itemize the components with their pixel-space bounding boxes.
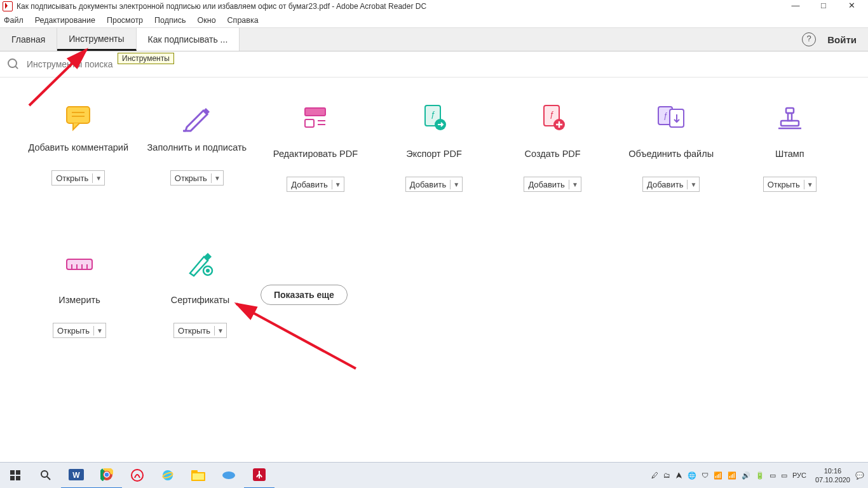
show-more-button[interactable]: Показать еще <box>261 285 348 305</box>
tooltip-tools: Инструменты <box>118 53 174 64</box>
menu-file[interactable]: Файл <box>4 16 24 25</box>
tab-home[interactable]: Главная <box>0 28 57 51</box>
tool-action-button[interactable]: Открыть ▼ <box>51 170 105 186</box>
tool-action-label: Открыть <box>52 173 93 183</box>
tray-icon[interactable]: 📶 <box>714 471 722 480</box>
window-title: Как подписывать документы электронной по… <box>17 2 426 11</box>
tool-export: ƒ Экспорт PDF Добавить ▼ <box>375 103 494 192</box>
tool-action-button[interactable]: Открыть ▼ <box>170 170 224 186</box>
start-button[interactable] <box>0 463 31 488</box>
tool-action-label: Добавить <box>406 180 451 189</box>
chevron-down-icon[interactable]: ▼ <box>215 327 226 334</box>
menu-view[interactable]: Просмотр <box>107 16 143 25</box>
svg-text:ƒ: ƒ <box>549 109 553 119</box>
minimize-button[interactable]: — <box>782 0 810 13</box>
svg-rect-2 <box>67 107 90 123</box>
svg-rect-21 <box>781 121 799 126</box>
stamp-icon <box>773 103 806 132</box>
tool-action-button[interactable]: Открыть ▼ <box>763 177 817 192</box>
tool-label: Объединить файлы <box>612 141 731 173</box>
taskbar-explorer-icon[interactable] <box>183 463 214 488</box>
taskbar-chrome-icon[interactable] <box>92 462 122 488</box>
tool-label: Сертификаты <box>140 287 261 319</box>
tab-document[interactable]: Как подписывать ... <box>137 28 240 51</box>
chevron-down-icon[interactable]: ▼ <box>688 181 699 188</box>
chevron-down-icon[interactable]: ▼ <box>94 327 105 334</box>
edit-icon <box>299 103 332 132</box>
chevron-down-icon[interactable]: ▼ <box>212 175 223 182</box>
svg-rect-30 <box>10 470 15 475</box>
tray-clock[interactable]: 10:16 07.10.2020 <box>815 466 850 484</box>
menu-edit[interactable]: Редактирование <box>35 16 95 25</box>
sign-icon <box>180 103 214 132</box>
chevron-down-icon[interactable]: ▼ <box>569 181 581 188</box>
taskbar-app2-icon[interactable] <box>214 463 244 488</box>
tray-time: 10:16 <box>815 466 850 475</box>
svg-text:ƒ: ƒ <box>663 111 668 120</box>
export-icon: ƒ <box>417 103 451 132</box>
taskbar-word-icon[interactable]: W <box>61 462 92 488</box>
tool-combine: ƒ Объединить файлы Добавить ▼ <box>612 103 731 192</box>
tray-icon[interactable]: 🛡 <box>702 471 709 479</box>
taskbar-search-icon[interactable] <box>31 463 61 488</box>
menu-help[interactable]: Справка <box>227 16 259 25</box>
maximize-button[interactable]: □ <box>810 0 837 13</box>
tray-icon[interactable]: ▭ <box>770 471 776 480</box>
tray-icon[interactable]: 🔊 <box>742 471 750 480</box>
close-button[interactable]: ✕ <box>837 0 865 13</box>
combine-icon: ƒ <box>654 103 688 132</box>
chevron-down-icon[interactable]: ▼ <box>332 181 344 188</box>
tray-icon[interactable]: 🖊 <box>651 471 658 479</box>
taskbar-app1-icon[interactable] <box>122 463 153 488</box>
chevron-down-icon[interactable]: ▼ <box>93 175 104 182</box>
taskbar-acrobat-icon[interactable] <box>244 462 275 488</box>
tray-notifications-icon[interactable]: 💬 <box>855 471 864 480</box>
tray-icon[interactable]: ⮝ <box>675 471 682 479</box>
tool-action-label: Открыть <box>174 326 215 336</box>
tool-action-button[interactable]: Открыть ▼ <box>173 323 227 338</box>
menu-window[interactable]: Окно <box>198 16 216 25</box>
tray-icon[interactable]: ▭ <box>781 471 787 480</box>
tool-action-label: Добавить <box>643 180 688 189</box>
svg-rect-23 <box>67 259 92 269</box>
tool-action-button[interactable]: Добавить ▼ <box>642 177 700 192</box>
taskbar-ie-icon[interactable] <box>153 463 183 488</box>
tab-tools[interactable]: Инструменты <box>57 28 136 51</box>
chevron-down-icon[interactable]: ▼ <box>804 181 816 188</box>
tray-icon[interactable]: 🌐 <box>688 471 696 480</box>
svg-point-29 <box>206 269 210 273</box>
chevron-down-icon[interactable]: ▼ <box>451 181 462 188</box>
tool-action-label: Открыть <box>764 180 804 189</box>
tool-action-button[interactable]: Добавить ▼ <box>405 177 463 192</box>
tool-stamp: Штамп Открыть ▼ <box>730 103 849 192</box>
svg-line-35 <box>47 477 50 480</box>
tray-icon[interactable]: 🔋 <box>756 471 764 480</box>
tool-action-button[interactable]: Добавить ▼ <box>287 177 344 192</box>
tray-lang[interactable]: РУС <box>792 471 806 479</box>
svg-rect-7 <box>305 119 314 127</box>
svg-point-34 <box>41 471 48 477</box>
svg-rect-31 <box>16 470 20 475</box>
tool-action-button[interactable]: Открыть ▼ <box>53 323 106 338</box>
comment-icon <box>62 103 95 132</box>
tool-label: Заполнить и подписать <box>138 141 257 166</box>
tool-sign: Заполнить и подписать Открыть ▼ <box>138 103 257 192</box>
login-button[interactable]: Войти <box>827 34 857 45</box>
tray-icon[interactable]: 🗂 <box>663 471 670 479</box>
tool-action-button[interactable]: Добавить ▼ <box>524 177 581 192</box>
create-icon: ƒ <box>536 103 569 132</box>
menu-sign[interactable]: Подпись <box>154 16 186 25</box>
cert-icon <box>184 249 217 278</box>
help-icon[interactable]: ? <box>802 32 816 46</box>
tool-create: ƒ Создать PDF Добавить ▼ <box>493 103 612 192</box>
tray-icon[interactable]: 📶 <box>728 471 736 480</box>
svg-rect-6 <box>305 108 325 116</box>
tool-label: Штамп <box>730 141 849 173</box>
tool-action-label: Открыть <box>171 173 212 183</box>
svg-rect-32 <box>10 476 15 480</box>
tool-label: Добавить комментарий <box>19 141 138 166</box>
svg-text:ƒ: ƒ <box>430 109 435 119</box>
tool-label: Редактировать PDF <box>256 141 375 173</box>
tray-date: 07.10.2020 <box>815 475 850 484</box>
tool-measure: Измерить Открыть ▼ <box>19 249 140 338</box>
